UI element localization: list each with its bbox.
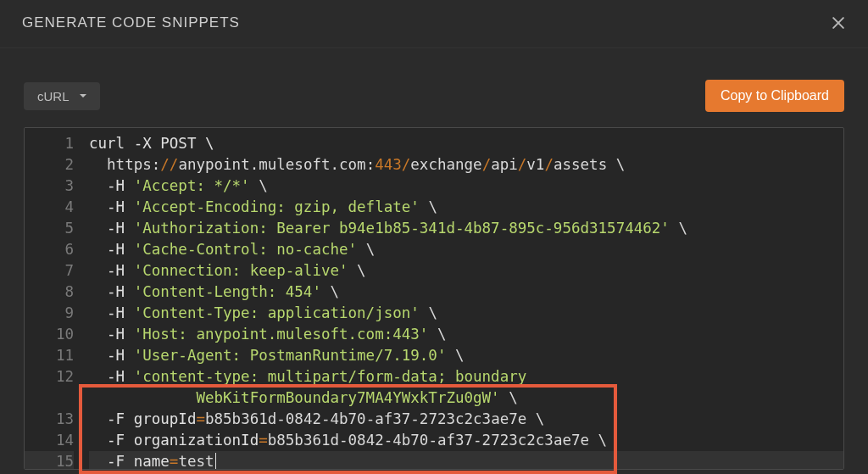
close-button[interactable] — [827, 12, 849, 34]
code-line[interactable]: curl -X POST \ — [89, 133, 843, 154]
code-token: 'Connection: keep-alive' — [134, 262, 348, 279]
code-token: -H — [107, 368, 134, 385]
line-number: 6 — [25, 239, 74, 260]
code-token: 'Accept-Encoding: gzip, deflate' — [134, 198, 420, 215]
code-line[interactable]: -H 'Accept: */*' \ — [89, 176, 843, 197]
code-token: 'content-type: multipart/form-data; boun… — [134, 368, 527, 385]
language-select[interactable]: cURL — [24, 82, 100, 110]
code-token: test — [178, 453, 214, 470]
code-line[interactable]: -F organizationId=b85b361d-0842-4b70-af3… — [89, 430, 843, 451]
chevron-down-icon — [78, 91, 88, 101]
code-token: \ — [348, 262, 366, 279]
line-number: 4 — [25, 197, 74, 218]
modal-title: GENERATE CODE SNIPPETS — [22, 14, 240, 31]
code-token: -H — [107, 283, 134, 300]
code-token: / — [518, 156, 527, 173]
code-token: v1 — [526, 156, 544, 173]
code-line[interactable]: -F name=test — [89, 451, 843, 470]
code-frame: 123456789101112131415 curl -X POST \ htt… — [24, 127, 844, 470]
code-token: anypoint.mulesoft.com: — [178, 156, 375, 173]
code-token: \ — [250, 177, 268, 194]
controls-row: cURL Copy to Clipboard — [0, 48, 868, 127]
code-line[interactable]: -H 'User-Agent: PostmanRuntime/7.19.0' \ — [89, 345, 843, 366]
code-token: 'Cache-Control: no-cache' — [134, 241, 357, 258]
code-line[interactable]: -H 'Accept-Encoding: gzip, deflate' \ — [89, 197, 843, 218]
code-token: 443 — [375, 156, 402, 173]
code-token: -F organizationId — [107, 432, 259, 449]
code-token: -F name — [107, 453, 170, 470]
code-token: \ — [428, 326, 446, 343]
code-token: -H — [107, 241, 134, 258]
code-token: / — [482, 156, 492, 173]
code-token: WebKitFormBoundary7MA4YWxkTrZu0gW' — [89, 389, 500, 406]
code-line[interactable]: WebKitFormBoundary7MA4YWxkTrZu0gW' \ — [89, 388, 843, 409]
code-token: \ — [670, 220, 687, 237]
code-token: assets \ — [554, 156, 625, 173]
code-token: curl — [89, 135, 134, 152]
line-number: 9 — [25, 303, 74, 324]
code-token: 'Accept: */*' — [134, 177, 250, 194]
code-token: -H — [107, 220, 134, 237]
code-token: api — [491, 156, 518, 173]
copy-to-clipboard-button[interactable]: Copy to Clipboard — [705, 80, 844, 112]
code-token: -X — [134, 135, 152, 152]
code-token: \ — [446, 347, 464, 364]
code-line[interactable]: -H 'content-type: multipart/form-data; b… — [89, 366, 843, 388]
code-line[interactable]: -H 'Content-Type: application/json' \ — [89, 303, 843, 324]
code-line[interactable]: -F groupId=b85b361d-0842-4b70-af37-2723c… — [89, 409, 843, 430]
line-number: 5 — [25, 218, 74, 239]
code-line[interactable]: -H 'Content-Length: 454' \ — [89, 282, 843, 303]
code-token: -H — [107, 198, 134, 215]
code-token: \ — [321, 283, 339, 300]
code-token: 'Host: anypoint.mulesoft.com:443' — [134, 326, 429, 343]
line-number: 14 — [25, 430, 74, 451]
code-token: -H — [107, 304, 134, 321]
code-token: \ — [420, 198, 437, 215]
line-number: 2 — [25, 154, 74, 176]
line-number: 15 — [25, 451, 74, 470]
line-number — [25, 388, 74, 409]
line-number: 8 — [25, 282, 74, 303]
code-token: \ — [357, 241, 375, 258]
line-number: 7 — [25, 260, 74, 282]
line-number: 10 — [25, 324, 74, 345]
code-token: = — [170, 453, 179, 470]
code-token: exchange — [410, 156, 481, 173]
code-token: / — [402, 156, 411, 173]
code-token: \ — [420, 304, 437, 321]
line-number: 11 — [25, 345, 74, 366]
line-number-gutter: 123456789101112131415 — [25, 128, 81, 469]
language-select-label: cURL — [37, 89, 70, 103]
code-token: -H — [107, 262, 134, 279]
code-line[interactable]: -H 'Host: anypoint.mulesoft.com:443' \ — [89, 324, 843, 345]
code-line[interactable]: -H 'Connection: keep-alive' \ — [89, 260, 843, 282]
code-token: -H — [107, 326, 134, 343]
code-line[interactable]: -H 'Authorization: Bearer b94e1b85-341d-… — [89, 218, 843, 239]
line-number: 1 — [25, 133, 74, 154]
code-token: 'User-Agent: PostmanRuntime/7.19.0' — [134, 347, 447, 364]
code-area[interactable]: 123456789101112131415 curl -X POST \ htt… — [25, 128, 843, 469]
code-token: POST \ — [152, 135, 214, 152]
line-number: 12 — [25, 366, 74, 388]
code-token: https: — [107, 156, 160, 173]
code-token: 'Content-Length: 454' — [134, 283, 321, 300]
code-token: -H — [107, 177, 134, 194]
code-token: b85b361d-0842-4b70-af37-2723c2c3ae7e \ — [205, 410, 544, 427]
close-icon — [830, 14, 847, 31]
code-token: \ — [500, 389, 518, 406]
code-token: 'Authorization: Bearer b94e1b85-341d-4b8… — [134, 220, 670, 237]
line-number: 13 — [25, 409, 74, 430]
code-token: -H — [107, 347, 134, 364]
code-token: = — [196, 410, 205, 427]
code-line[interactable]: https://anypoint.mulesoft.com:443/exchan… — [89, 154, 843, 176]
code-token: / — [544, 156, 554, 173]
code-token: 'Content-Type: application/json' — [134, 304, 420, 321]
code-token: // — [160, 156, 178, 173]
modal-titlebar: GENERATE CODE SNIPPETS — [0, 0, 868, 48]
code-token: b85b361d-0842-4b70-af37-2723c2c3ae7e \ — [268, 432, 607, 449]
code-token: = — [259, 432, 268, 449]
code-content[interactable]: curl -X POST \ https://anypoint.mulesoft… — [81, 128, 843, 469]
text-cursor — [215, 453, 217, 470]
code-line[interactable]: -H 'Cache-Control: no-cache' \ — [89, 239, 843, 260]
generate-snippets-modal: GENERATE CODE SNIPPETS cURL Copy to Clip… — [0, 0, 868, 474]
